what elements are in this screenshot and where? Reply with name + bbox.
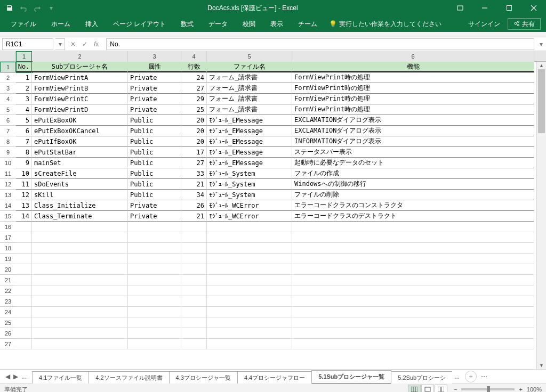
cell[interactable]: No. <box>16 62 32 72</box>
row-header[interactable]: 8 <box>0 136 16 147</box>
cell[interactable] <box>16 275 32 285</box>
cell[interactable]: ePutExBoxOK <box>32 115 128 126</box>
cell[interactable]: 20 <box>181 136 207 147</box>
tab-nav-prev-icon[interactable]: ◀ <box>5 373 10 380</box>
cell[interactable] <box>128 317 181 328</box>
ribbon-tab[interactable]: 校閲 <box>235 16 263 32</box>
cell[interactable] <box>128 254 181 264</box>
cell[interactable]: 機能 <box>292 62 534 72</box>
cell[interactable] <box>32 317 128 328</box>
cell[interactable] <box>207 254 292 264</box>
zoom-slider[interactable] <box>461 388 515 390</box>
cell[interactable] <box>207 222 292 232</box>
cell[interactable]: Subプロシージャ名 <box>32 62 128 72</box>
cell[interactable] <box>292 307 534 317</box>
cell[interactable]: Private <box>128 200 181 211</box>
scroll-up-icon[interactable]: ▲ <box>537 62 546 69</box>
ribbon-tab[interactable]: 挿入 <box>78 16 106 32</box>
cell[interactable]: 26 <box>181 200 207 211</box>
cell[interactable]: 34 <box>181 190 207 200</box>
sheet-tab[interactable]: 5.1Subプロシージャ一覧 <box>311 370 391 383</box>
cell[interactable]: 属性 <box>128 62 181 72</box>
row-header[interactable]: 19 <box>0 254 16 264</box>
cell[interactable]: ﾓｼﾞｭｰﾙ_EMessage <box>207 158 292 168</box>
cell[interactable]: FormViewPrint時の処理 <box>292 94 534 104</box>
cell[interactable]: 1 <box>16 72 32 83</box>
cell[interactable] <box>181 243 207 254</box>
ribbon-tab[interactable]: ホーム <box>44 16 78 32</box>
cell[interactable]: 9 <box>16 158 32 168</box>
cell[interactable] <box>181 232 207 243</box>
column-header[interactable]: 5 <box>207 51 292 62</box>
vertical-scrollbar[interactable]: ▲ ▼ <box>536 62 546 369</box>
row-header[interactable]: 17 <box>0 232 16 243</box>
cell[interactable]: Private <box>128 211 181 222</box>
cell[interactable] <box>16 307 32 317</box>
ribbon-tab[interactable]: ページ レイアウト <box>106 16 173 32</box>
cell[interactable]: Public <box>128 126 181 136</box>
row-header[interactable]: 24 <box>0 307 16 317</box>
row-header[interactable]: 6 <box>0 115 16 126</box>
cell[interactable]: Public <box>128 179 181 190</box>
cell[interactable]: Public <box>128 190 181 200</box>
cell[interactable] <box>292 254 534 264</box>
cell[interactable] <box>181 296 207 307</box>
cell[interactable]: mainSet <box>32 158 128 168</box>
cell[interactable] <box>128 243 181 254</box>
cell[interactable] <box>16 296 32 307</box>
cell[interactable] <box>207 264 292 275</box>
cell[interactable]: EXCLAMATIONダイアログ表示 <box>292 115 534 126</box>
cell[interactable] <box>128 232 181 243</box>
column-header[interactable]: 6 <box>292 51 534 62</box>
cell[interactable]: ﾓｼﾞｭｰﾙ_System <box>207 190 292 200</box>
ribbon-tab[interactable]: チーム <box>291 16 325 32</box>
tab-scroll-more-icon[interactable]: ⋯ <box>477 373 492 380</box>
cell[interactable] <box>16 243 32 254</box>
formula-bar-expand-icon[interactable]: ▾ <box>536 40 546 48</box>
cell[interactable] <box>32 222 128 232</box>
cell[interactable] <box>207 285 292 296</box>
ribbon-tab[interactable]: 数式 <box>173 16 201 32</box>
column-header[interactable]: 1 <box>16 51 32 62</box>
cell[interactable]: FormViewPrint時の処理 <box>292 83 534 94</box>
maximize-icon[interactable] <box>497 0 521 16</box>
cell[interactable]: ePutIfBoxOK <box>32 136 128 147</box>
cell[interactable] <box>32 275 128 285</box>
cell[interactable] <box>207 328 292 339</box>
cell[interactable]: FormViewPrint時の処理 <box>292 72 534 83</box>
cell[interactable]: Class_Terminate <box>32 211 128 222</box>
cell[interactable] <box>32 339 128 349</box>
cell[interactable] <box>128 222 181 232</box>
cell[interactable] <box>32 264 128 275</box>
cell[interactable] <box>181 339 207 349</box>
cell[interactable] <box>181 222 207 232</box>
cell[interactable]: フォーム_請求書 <box>207 72 292 83</box>
cell[interactable] <box>16 317 32 328</box>
cell[interactable]: エラーコードクラスのコンストラクタ <box>292 200 534 211</box>
sheet-tab[interactable]: 4.3プロシージャ一覧 <box>169 371 238 383</box>
cell[interactable]: Public <box>128 115 181 126</box>
scrollbar-thumb[interactable] <box>538 69 545 133</box>
cell[interactable]: ePutStatBar <box>32 147 128 158</box>
row-header[interactable]: 7 <box>0 126 16 136</box>
cell[interactable] <box>181 285 207 296</box>
ribbon-tab[interactable]: 表示 <box>263 16 291 32</box>
tab-nav-more-prefix[interactable]: ... <box>21 373 27 380</box>
cell[interactable]: 11 <box>16 179 32 190</box>
cell[interactable]: ﾓｼﾞｭｰﾙ_EMessage <box>207 115 292 126</box>
cell[interactable] <box>32 232 128 243</box>
enter-icon[interactable]: ✓ <box>82 40 87 48</box>
cell[interactable]: 12 <box>16 190 32 200</box>
row-header[interactable]: 20 <box>0 264 16 275</box>
cell[interactable] <box>292 328 534 339</box>
cell[interactable]: 24 <box>181 72 207 83</box>
cell[interactable]: 14 <box>16 211 32 222</box>
cell[interactable]: 5 <box>16 115 32 126</box>
zoom-slider-thumb[interactable] <box>487 386 490 392</box>
minimize-icon[interactable] <box>472 0 497 16</box>
cell[interactable]: 起動時に必要なデータのセット <box>292 158 534 168</box>
cell[interactable] <box>181 328 207 339</box>
cell[interactable] <box>16 339 32 349</box>
cell[interactable] <box>292 232 534 243</box>
cell[interactable]: ファイルの作成 <box>292 168 534 179</box>
